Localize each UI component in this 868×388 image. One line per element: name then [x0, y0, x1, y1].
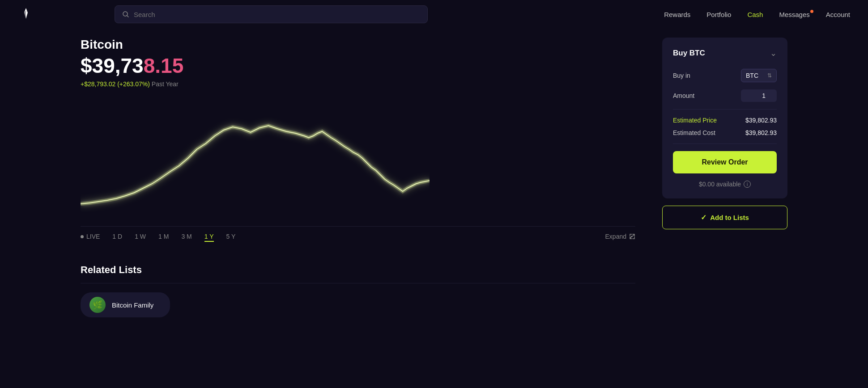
- available-row: $0.00 available i: [673, 181, 777, 188]
- nav-rewards[interactable]: Rewards: [664, 11, 690, 18]
- time-1y[interactable]: 1 Y: [204, 231, 214, 242]
- buy-header: Buy BTC ⌄: [673, 48, 777, 58]
- divider-1: [673, 109, 777, 110]
- estimated-price-label: Estimated Price: [673, 117, 717, 124]
- estimated-cost-row: Estimated Cost $39,802.93: [673, 129, 777, 136]
- buy-title: Buy BTC: [673, 49, 705, 58]
- list-avatar: 🌿: [89, 297, 106, 313]
- related-lists-title: Related Lists: [81, 264, 635, 276]
- estimated-price-value: $39,802.93: [745, 117, 777, 124]
- review-order-button[interactable]: Review Order: [673, 151, 777, 173]
- svg-line-1: [127, 16, 128, 17]
- search-bar[interactable]: [115, 5, 428, 23]
- buy-card: Buy BTC ⌄ Buy in BTC ⇅ Amount Estimated …: [662, 38, 787, 198]
- amount-row: Amount: [673, 89, 777, 102]
- nav-account[interactable]: Account: [826, 11, 850, 18]
- main-content: Bitcoin $39,738.15 +$28,793.02 (+263.07%…: [0, 38, 868, 317]
- search-icon: [122, 11, 129, 18]
- price-change: +$28,793.02 (+263.07%) Past Year: [81, 80, 635, 88]
- search-input[interactable]: [134, 11, 420, 18]
- related-divider: [81, 283, 635, 283]
- time-3m[interactable]: 3 M: [181, 231, 191, 242]
- time-1m[interactable]: 1 M: [158, 231, 169, 242]
- time-1w[interactable]: 1 W: [135, 231, 146, 242]
- nav-portfolio[interactable]: Portfolio: [706, 11, 731, 18]
- price-change-value: +$28,793.02 (+263.07%): [81, 80, 150, 88]
- list-item[interactable]: 🌿 Bitcoin Family: [81, 292, 170, 317]
- nav-messages[interactable]: Messages: [779, 11, 809, 18]
- add-to-lists-label: Add to Lists: [710, 214, 749, 221]
- logo-icon[interactable]: [18, 6, 34, 22]
- expand-icon: [629, 233, 635, 240]
- time-live[interactable]: LIVE: [81, 231, 100, 242]
- coin-price: $39,738.15: [81, 54, 635, 78]
- price-decimal: 8.15: [144, 54, 184, 77]
- buy-in-select[interactable]: BTC ⇅: [741, 69, 777, 82]
- time-1d[interactable]: 1 D: [112, 231, 122, 242]
- check-icon: ✓: [701, 213, 706, 222]
- price-change-period: Past Year: [152, 80, 179, 88]
- nav-cash[interactable]: Cash: [747, 11, 763, 18]
- live-dot: [81, 235, 84, 238]
- available-amount: $0.00 available: [699, 181, 741, 188]
- header: Rewards Portfolio Cash Messages Account: [0, 0, 868, 29]
- divider-2: [673, 143, 777, 144]
- select-arrows-icon: ⇅: [767, 72, 772, 79]
- amount-label: Amount: [673, 92, 694, 99]
- time-5y[interactable]: 5 Y: [226, 231, 236, 242]
- info-icon[interactable]: i: [744, 181, 751, 188]
- buy-in-label: Buy in: [673, 72, 690, 79]
- price-chart: [81, 97, 430, 222]
- estimated-cost-label: Estimated Cost: [673, 129, 715, 136]
- estimated-price-row: Estimated Price $39,802.93: [673, 117, 777, 124]
- buy-dropdown-icon[interactable]: ⌄: [770, 48, 777, 58]
- expand-chart-button[interactable]: Expand: [605, 233, 635, 240]
- nav: Rewards Portfolio Cash Messages Account: [664, 11, 850, 18]
- list-item-name: Bitcoin Family: [112, 301, 153, 309]
- add-to-lists-button[interactable]: ✓ Add to Lists: [662, 206, 787, 229]
- coin-detail: Bitcoin $39,738.15 +$28,793.02 (+263.07%…: [81, 38, 635, 317]
- buy-in-row: Buy in BTC ⇅: [673, 69, 777, 82]
- estimated-cost-value: $39,802.93: [745, 129, 777, 136]
- amount-input[interactable]: [741, 89, 777, 102]
- buy-in-value: BTC: [746, 72, 758, 79]
- buy-panel: Buy BTC ⌄ Buy in BTC ⇅ Amount Estimated …: [662, 38, 787, 317]
- price-whole: $39,73: [81, 54, 144, 77]
- expand-label: Expand: [605, 233, 626, 240]
- related-lists-section: Related Lists 🌿 Bitcoin Family: [81, 264, 635, 317]
- coin-name: Bitcoin: [81, 38, 635, 52]
- time-range-selector: LIVE 1 D 1 W 1 M 3 M 1 Y 5 Y Expand: [81, 226, 635, 242]
